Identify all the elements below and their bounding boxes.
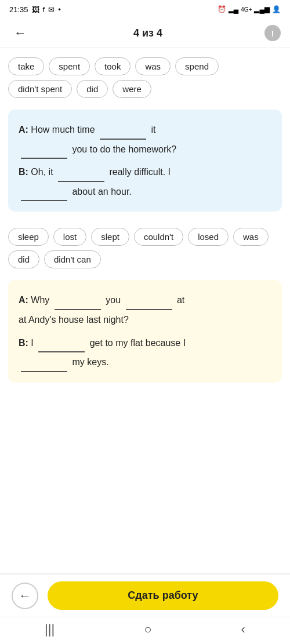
signal-icon: ▂▄: [229, 5, 239, 13]
word-chip-couldnt[interactable]: couldn't: [134, 228, 183, 246]
exercise-card-2: A: Why you at at Andy's house last night…: [8, 280, 282, 382]
android-nav: ||| ○ ‹: [0, 617, 290, 644]
word-chip-was[interactable]: was: [135, 57, 171, 75]
facebook-icon: f: [43, 5, 45, 14]
alarm-icon: ⏰: [217, 5, 226, 13]
time: 21:35: [9, 5, 28, 14]
word-bank-1: take spent took was spend didn't spent d…: [0, 48, 290, 103]
exercise2-lineA2: at Andy's house last night?: [19, 310, 271, 330]
bottom-bar: ← Сдать работу: [0, 573, 290, 617]
signal2-icon: ▂▄▆: [254, 5, 270, 13]
status-left: 21:35 🖼 f ✉ •: [9, 5, 61, 14]
label-b1: B:: [19, 167, 28, 177]
ex1-text4: Oh, it: [31, 167, 53, 177]
blank-5[interactable]: [55, 297, 101, 310]
word-chip-slept[interactable]: slept: [91, 228, 129, 246]
word-chip-did2[interactable]: did: [8, 250, 39, 268]
exercise2-lineA1: A: Why you at: [19, 290, 271, 310]
word-chip-sleep[interactable]: sleep: [8, 228, 49, 246]
word-chip-spend[interactable]: spend: [175, 57, 219, 75]
exercise1-lineA2: you to do the homework?: [19, 140, 271, 159]
info-button[interactable]: !: [264, 25, 281, 41]
exercise1-lineB1: B: Oh, it really difficult. I: [19, 162, 271, 182]
ex2-text6: my keys.: [72, 357, 108, 367]
ex2-text3-at: at: [177, 295, 184, 305]
blank-3[interactable]: [58, 169, 104, 182]
ex1-text5: really difficult. I: [109, 167, 171, 177]
bottom-back-button[interactable]: ←: [12, 583, 38, 609]
ex1-text2: it: [151, 125, 156, 134]
blank-4[interactable]: [21, 188, 67, 201]
ex2-text1: Why: [31, 295, 49, 305]
label-a1: A:: [19, 125, 28, 134]
status-right: ⏰ ▂▄ 4G+ ▂▄▆ 👤: [217, 5, 281, 13]
page-title: 4 из 4: [133, 27, 162, 39]
ex1-text1: How much time: [31, 125, 95, 134]
back-button[interactable]: ←: [9, 23, 31, 43]
word-chip-losed[interactable]: losed: [188, 228, 229, 246]
exercise1-lineA1: A: How much time it: [19, 120, 271, 140]
word-chip-didnt-can[interactable]: didn't can: [44, 250, 101, 268]
image-icon: 🖼: [32, 5, 39, 14]
dot-icon: •: [58, 5, 61, 14]
word-chip-were[interactable]: were: [113, 80, 151, 98]
label-a2: A:: [19, 295, 28, 305]
word-chip-took[interactable]: took: [95, 57, 130, 75]
exercise2-lineB2: my keys.: [19, 352, 271, 372]
exercise-card-1: A: How much time it you to do the homewo…: [8, 110, 282, 212]
word-chip-did[interactable]: did: [77, 80, 108, 98]
nav-home-icon[interactable]: ○: [144, 622, 151, 637]
ex2-text4: I: [31, 338, 33, 348]
label-b2: B:: [19, 338, 28, 348]
blank-1[interactable]: [100, 127, 146, 140]
ex1-text3: you to do the homework?: [72, 144, 176, 154]
nav-menu-icon[interactable]: |||: [45, 622, 55, 637]
submit-button[interactable]: Сдать работу: [48, 581, 278, 610]
ex2-text5: get to my flat because I: [90, 338, 186, 348]
word-chip-didnt-spent[interactable]: didn't spent: [8, 80, 72, 98]
mail-icon: ✉: [48, 5, 55, 14]
person-icon: 👤: [272, 5, 281, 13]
4g-label: 4G+: [241, 6, 252, 13]
blank-8[interactable]: [21, 359, 67, 372]
nav-back-icon[interactable]: ‹: [241, 622, 245, 637]
status-bar: 21:35 🖼 f ✉ • ⏰ ▂▄ 4G+ ▂▄▆ 👤: [0, 0, 290, 19]
ex1-text6: about an hour.: [72, 187, 131, 197]
ex2-text3: at Andy's house last night?: [19, 315, 129, 325]
word-chip-spent[interactable]: spent: [49, 57, 90, 75]
blank-7[interactable]: [38, 340, 85, 352]
word-chip-lost[interactable]: lost: [53, 228, 86, 246]
word-chip-was2[interactable]: was: [233, 228, 269, 246]
exercise1-lineB2: about an hour.: [19, 182, 271, 202]
word-bank-2: sleep lost slept couldn't losed was did …: [0, 223, 290, 273]
header: ← 4 из 4 !: [0, 19, 290, 48]
blank-6[interactable]: [126, 297, 172, 310]
blank-2[interactable]: [21, 146, 67, 159]
ex2-text2: you: [106, 295, 121, 305]
exercise2-lineB1: B: I get to my flat because I: [19, 333, 271, 353]
word-chip-take[interactable]: take: [8, 57, 44, 75]
